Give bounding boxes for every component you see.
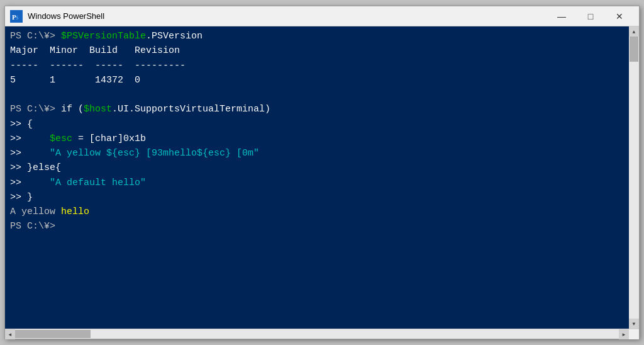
scroll-down-button[interactable]: ▼ xyxy=(629,319,639,329)
prompt-1: PS C:\¥> xyxy=(10,31,61,42)
cont-3-prefix: >> xyxy=(10,148,50,159)
cont-2-rest: = [char]0x1b xyxy=(72,133,146,144)
scroll-up-button[interactable]: ▲ xyxy=(629,26,639,37)
titlebar: P S Windows PowerShell — □ ✕ xyxy=(5,6,639,26)
cont-1: >> { xyxy=(10,119,33,130)
window-title: Windows PowerShell xyxy=(28,11,547,21)
cmd2-rest: .UI.SupportsVirtualTerminal) xyxy=(112,104,270,115)
table-values: 5 1 14372 0 xyxy=(10,75,140,86)
cont-6: >> } xyxy=(10,192,33,203)
scroll-right-button[interactable]: ► xyxy=(619,329,629,339)
cont-3-str: "A yellow ${esc} [93mhello${esc} [0m" xyxy=(50,148,259,159)
cmd2-if: if ( xyxy=(61,104,84,115)
scroll-thumb-v[interactable] xyxy=(630,37,638,62)
cont-5-prefix: >> xyxy=(10,178,50,188)
prompt-3: PS C:\¥> xyxy=(10,221,55,232)
content-area: PS C:\¥> $PSVersionTable.PSVersion Major… xyxy=(5,26,639,329)
minimize-button[interactable]: — xyxy=(547,6,576,26)
cmd-1-dot: . xyxy=(146,31,152,42)
scroll-left-button[interactable]: ◄ xyxy=(5,329,15,339)
cmd-1-prop: PSVersion xyxy=(152,31,203,42)
svg-text:S: S xyxy=(16,15,18,21)
output-hello: hello xyxy=(61,206,89,217)
terminal-output[interactable]: PS C:\¥> $PSVersionTable.PSVersion Major… xyxy=(5,26,629,329)
maximize-button[interactable]: □ xyxy=(576,6,605,26)
cont-2-prefix: >> xyxy=(10,133,50,144)
scroll-thumb-h[interactable] xyxy=(15,330,91,338)
cmd-1-var: $PSVersionTable xyxy=(61,31,146,42)
output-prefix: A yellow xyxy=(10,206,61,217)
close-button[interactable]: ✕ xyxy=(605,6,634,26)
scroll-track-h[interactable] xyxy=(15,329,619,339)
cont-5-str: "A default hello" xyxy=(50,178,146,188)
vertical-scrollbar[interactable]: ▲ ▼ xyxy=(629,26,639,329)
scrollbar-corner xyxy=(629,329,639,339)
cont-2-var: $esc xyxy=(50,133,72,144)
window-controls: — □ ✕ xyxy=(547,6,634,26)
powershell-window: P S Windows PowerShell — □ ✕ PS C:\¥> $P… xyxy=(4,6,640,339)
table-header: Major Minor Build Revision ----- ------ … xyxy=(10,45,186,71)
app-icon: P S xyxy=(10,10,23,23)
prompt-2: PS C:\¥> xyxy=(10,104,61,115)
cont-4: >> }else{ xyxy=(10,162,61,173)
cmd2-var: $host xyxy=(84,104,112,115)
scroll-track-v[interactable] xyxy=(629,37,639,319)
horizontal-scrollbar-area: ◄ ► xyxy=(5,329,639,339)
